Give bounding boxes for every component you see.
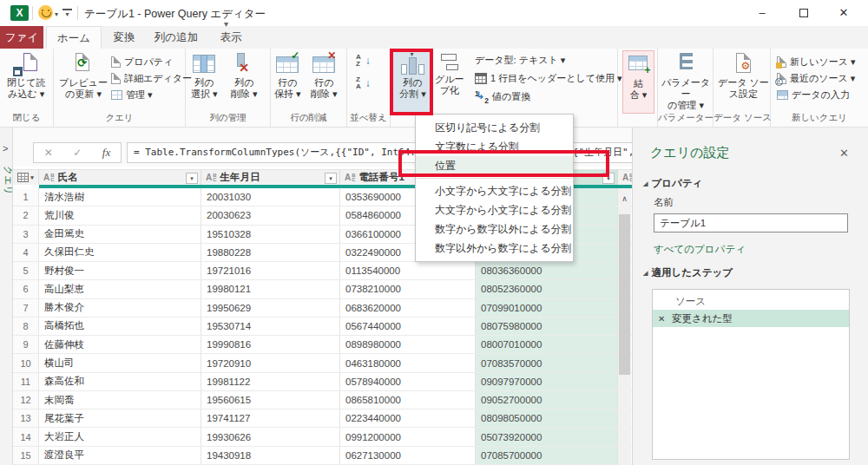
scroll-up-icon[interactable]: ∧ (618, 188, 631, 209)
properties-section-header[interactable]: ◢プロパティ (643, 177, 702, 190)
row-number[interactable]: 1 (13, 188, 39, 206)
cell-phone2-selected[interactable]: 09097970000 (476, 373, 618, 390)
smiley-dropdown-caret[interactable]: ▾ (55, 10, 58, 18)
cell-name[interactable]: 森高佐和 (39, 373, 201, 390)
cell-birthdate[interactable]: 19880228 (201, 244, 340, 261)
cell-phone2-selected[interactable]: 08007010000 (476, 336, 618, 353)
cell-birthdate[interactable]: 19950629 (201, 299, 340, 317)
group-by-button[interactable]: グルー プ化 (435, 50, 464, 96)
cell-phone1[interactable]: 0578940000 (340, 373, 476, 390)
cell-birthdate[interactable]: 19990816 (201, 336, 340, 353)
cell-name[interactable]: 金田篤史 (39, 226, 201, 243)
row-number[interactable]: 9 (13, 336, 39, 353)
cell-phone1[interactable]: 0683620000 (340, 299, 476, 317)
cell-birthdate[interactable]: 19720910 (201, 354, 340, 371)
cell-phone2-selected[interactable]: 08036360000 (476, 262, 618, 279)
sort-ascending-button[interactable]: AZ ↓ (356, 52, 371, 69)
sort-descending-button[interactable]: ZA ↓ (356, 75, 371, 91)
recent-sources-button[interactable]: 最近のソース ▾ (777, 70, 855, 87)
cell-birthdate[interactable]: 19721016 (201, 262, 340, 279)
cell-name[interactable]: 渡澄良平 (39, 447, 201, 464)
cell-phone1[interactable]: 0627130000 (340, 447, 476, 464)
grid-corner-cell[interactable]: ▾ (13, 169, 39, 185)
cell-phone2-selected[interactable]: 08098050000 (476, 409, 618, 427)
manage-parameters-button[interactable]: パラメーター の管理 ▾ (659, 50, 713, 111)
tab-view[interactable]: 表示 (208, 26, 253, 49)
tab-home[interactable]: ホーム (46, 26, 102, 49)
tab-transform[interactable]: 変換 (102, 26, 146, 49)
choose-columns-button[interactable]: 列の 選択 ▾ (191, 50, 218, 100)
row-number[interactable]: 11 (13, 373, 39, 390)
column-header-birthdate[interactable]: ABC 生年月日 ▾ (201, 169, 340, 185)
cell-birthdate[interactable]: 19430918 (201, 447, 340, 464)
minimize-button[interactable]: – (745, 0, 779, 26)
row-number[interactable]: 5 (13, 262, 39, 279)
formula-expand-caret[interactable]: ▾ (224, 19, 228, 29)
row-number[interactable]: 2 (13, 206, 39, 224)
cell-birthdate[interactable]: 20031030 (201, 188, 340, 206)
close-and-load-button[interactable]: 閉じて読 み込む ▾ (7, 50, 46, 100)
vertical-scrollbar[interactable]: ∧ (618, 188, 631, 465)
new-source-button[interactable]: 新しいソース ▾ (777, 54, 856, 70)
all-properties-link[interactable]: すべてのプロパティ (654, 243, 746, 256)
row-number[interactable]: 12 (13, 391, 39, 409)
cell-phone1[interactable]: 0463180000 (340, 354, 476, 371)
column-header-next[interactable]: ABC (618, 169, 632, 185)
cell-name[interactable]: 久保田仁史 (39, 244, 201, 261)
properties-button[interactable]: プロパティ (111, 54, 173, 70)
split-column-button[interactable]: 列の 分割 ▾ (393, 50, 432, 114)
feedback-smiley-icon[interactable] (38, 5, 53, 20)
cell-phone1[interactable]: 0223440000 (340, 409, 476, 427)
cell-phone1[interactable]: 0567440000 (340, 318, 476, 335)
formula-cancel-icon[interactable]: ✕ (44, 147, 53, 159)
cell-name[interactable]: 高橋拓也 (39, 318, 201, 335)
panel-close-icon[interactable]: ✕ (839, 147, 849, 160)
row-number[interactable]: 8 (13, 318, 39, 335)
cell-phone1[interactable]: 0113540000 (340, 262, 476, 279)
row-number[interactable]: 3 (13, 226, 39, 243)
fx-icon[interactable]: fx (102, 146, 110, 160)
cell-name[interactable]: 勝木俊介 (39, 299, 201, 317)
cell-name[interactable]: 野村俊一 (39, 262, 201, 279)
row-number[interactable]: 7 (13, 299, 39, 317)
manage-button[interactable]: 管理 ▾ (111, 87, 153, 103)
row-number[interactable]: 10 (13, 354, 39, 371)
cell-birthdate[interactable]: 19981122 (201, 373, 340, 390)
scrollbar-thumb[interactable] (619, 214, 630, 375)
menu-item[interactable] (417, 178, 572, 179)
remove-step-icon[interactable]: ✕ (658, 314, 665, 324)
cell-name[interactable]: 佐藤伸枝 (39, 336, 201, 353)
cell-birthdate[interactable]: 19980121 (201, 280, 340, 298)
row-number[interactable]: 15 (13, 447, 39, 464)
keep-rows-button[interactable]: ✓ 行の 保持 ▾ (274, 50, 301, 100)
maximize-button[interactable] (786, 0, 821, 26)
data-source-settings-button[interactable]: ⚙ データ ソー ス設定 (718, 50, 769, 100)
replace-values-button[interactable]: 1↳2 値の置換 (475, 88, 530, 105)
advanced-editor-button[interactable]: 詳細エディター (111, 70, 192, 87)
cell-birthdate[interactable]: 19930626 (201, 428, 340, 445)
cell-birthdate[interactable]: 19560615 (201, 391, 340, 409)
cell-birthdate[interactable]: 20030623 (201, 206, 340, 224)
cell-phone2-selected[interactable]: 07085700000 (476, 447, 618, 464)
menu-item[interactable]: 位置 (416, 156, 573, 175)
tab-add-column[interactable]: 列の追加 (147, 26, 206, 49)
cell-birthdate[interactable]: 19510328 (201, 226, 340, 243)
close-button[interactable]: ✕ (826, 0, 861, 26)
tab-file[interactable]: ファイル (0, 26, 43, 49)
expand-queries-icon[interactable]: > (3, 143, 8, 154)
row-number[interactable]: 4 (13, 244, 39, 261)
cell-name[interactable]: 末岡喬 (39, 391, 201, 409)
cell-phone2-selected[interactable]: 07083570000 (476, 354, 618, 371)
cell-phone1[interactable]: 0738210000 (340, 280, 476, 298)
menu-item[interactable]: 数字から数字以外による分割 (416, 219, 573, 239)
menu-item[interactable]: 文字数による分割 (416, 137, 573, 156)
cell-birthdate[interactable]: 19741127 (201, 409, 340, 427)
menu-item[interactable]: 小文字から大文字による分割 (416, 181, 573, 200)
quick-access-customize-icon[interactable]: ▾ (62, 9, 72, 19)
cell-name[interactable]: 大岩正人 (39, 428, 201, 445)
cell-phone1[interactable]: 0991200000 (340, 428, 476, 445)
first-row-as-header-button[interactable]: 1 行目をヘッダーとして使用 ▾ (475, 70, 622, 87)
cell-phone2-selected[interactable]: 05073920000 (476, 428, 618, 445)
formula-commit-icon[interactable]: ✓ (73, 147, 82, 159)
cell-phone2-selected[interactable]: 08075980000 (476, 318, 618, 335)
